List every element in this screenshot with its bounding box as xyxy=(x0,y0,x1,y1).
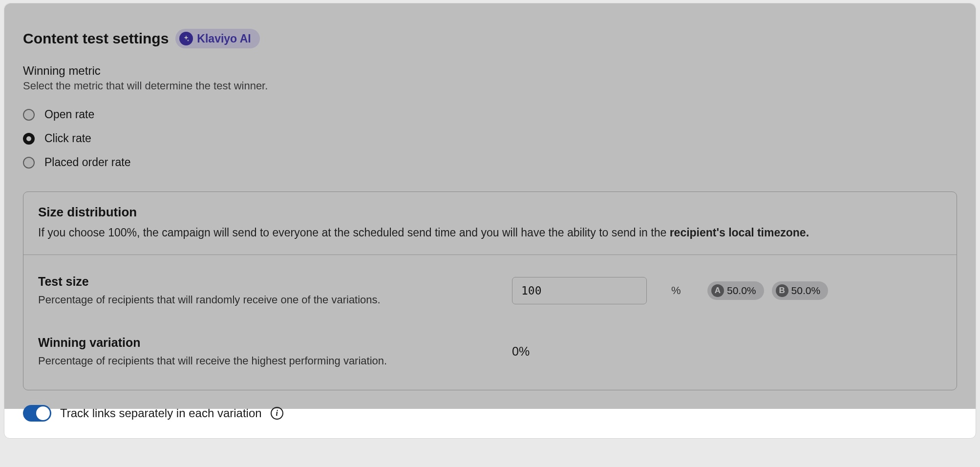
ai-badge-label: Klaviyo AI xyxy=(197,32,251,45)
variation-a-pill: A 50.0% xyxy=(707,281,764,300)
variation-letter-b-icon: B xyxy=(776,284,788,297)
radio-label: Click rate xyxy=(44,132,91,145)
info-icon[interactable]: i xyxy=(271,407,283,420)
content-test-settings-panel: Content test settings Klaviyo AI Winning… xyxy=(4,3,976,439)
radio-label: Placed order rate xyxy=(44,156,130,169)
size-distribution-title: Size distribution xyxy=(38,205,942,220)
note-bold: recipient's local timezone. xyxy=(670,226,809,239)
test-size-input-wrap: % xyxy=(512,277,647,304)
test-size-title: Test size xyxy=(38,275,502,289)
radio-open-rate[interactable]: Open rate xyxy=(23,108,957,121)
winning-variation-value: 0% xyxy=(512,344,698,359)
size-distribution-box: Size distribution If you choose 100%, th… xyxy=(23,191,957,390)
variation-b-pct: 50.0% xyxy=(791,285,821,297)
winning-metric-label: Winning metric xyxy=(23,64,957,78)
test-size-desc: Percentage of recipients that will rando… xyxy=(38,294,502,306)
percent-unit: % xyxy=(671,284,681,297)
winning-metric-radio-group: Open rate Click rate Placed order rate xyxy=(23,108,957,169)
klaviyo-ai-badge[interactable]: Klaviyo AI xyxy=(175,29,259,48)
radio-placed-order-rate[interactable]: Placed order rate xyxy=(23,156,957,169)
radio-label: Open rate xyxy=(44,108,94,121)
radio-icon xyxy=(23,133,35,145)
variation-b-pill: B 50.0% xyxy=(772,281,829,300)
note-prefix: If you choose 100%, the campaign will se… xyxy=(38,226,670,239)
size-distribution-note: If you choose 100%, the campaign will se… xyxy=(38,225,942,241)
winning-variation-title: Winning variation xyxy=(38,336,502,350)
toggle-knob-icon xyxy=(36,406,50,420)
radio-icon xyxy=(23,157,35,169)
variation-split-pills: A 50.0% B 50.0% xyxy=(707,281,942,300)
track-links-label: Track links separately in each variation xyxy=(60,406,262,420)
radio-click-rate[interactable]: Click rate xyxy=(23,132,957,145)
radio-icon xyxy=(23,109,35,121)
variation-letter-a-icon: A xyxy=(711,284,724,297)
sparkle-icon xyxy=(179,32,193,45)
test-size-input[interactable] xyxy=(520,284,666,297)
panel-title: Content test settings xyxy=(23,30,169,47)
winning-variation-desc: Percentage of recipients that will recei… xyxy=(38,355,502,367)
track-links-toggle[interactable] xyxy=(23,405,51,422)
winning-metric-description: Select the metric that will determine th… xyxy=(23,80,957,92)
variation-a-pct: 50.0% xyxy=(727,285,756,297)
